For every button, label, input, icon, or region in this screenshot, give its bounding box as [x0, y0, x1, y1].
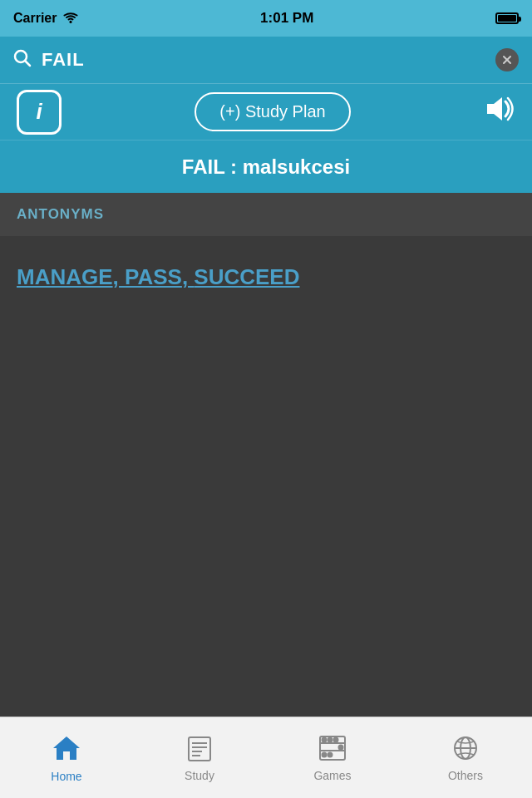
svg-point-16 — [328, 737, 332, 741]
status-time: 1:01 PM — [260, 10, 313, 27]
section-label: ANTONYMS — [17, 206, 104, 223]
tab-home-label: Home — [51, 770, 81, 783]
tab-games-label: Games — [313, 769, 351, 782]
antonyms-list: MANAGE, PASS, SUCCEED — [17, 261, 515, 293]
tab-others-label: Others — [448, 769, 483, 782]
svg-point-20 — [328, 752, 332, 756]
antonym-separator-2: , — [182, 264, 194, 289]
content-area: MANAGE, PASS, SUCCEED — [0, 236, 532, 318]
speaker-button[interactable] — [484, 95, 515, 130]
games-icon — [318, 734, 347, 766]
svg-marker-6 — [53, 736, 80, 760]
svg-point-18 — [339, 745, 343, 749]
search-bar: FAIL — [0, 37, 532, 83]
tab-home[interactable]: Home — [0, 717, 133, 798]
word-title: FAIL : malsukcesi — [182, 155, 350, 179]
home-icon — [52, 733, 81, 766]
study-plan-button[interactable]: (+) Study Plan — [195, 92, 350, 131]
svg-rect-7 — [189, 737, 210, 761]
svg-marker-5 — [487, 97, 502, 121]
svg-point-0 — [70, 21, 72, 23]
search-icon — [13, 49, 32, 71]
study-icon — [185, 734, 214, 766]
antonym-succeed[interactable]: SUCCEED — [194, 264, 299, 289]
svg-line-2 — [26, 61, 31, 66]
svg-point-19 — [323, 752, 327, 756]
toolbar: i (+) Study Plan — [0, 83, 532, 140]
section-header: ANTONYMS — [0, 193, 532, 236]
antonym-manage[interactable]: MANAGE — [17, 264, 113, 289]
tab-study-label: Study — [185, 769, 214, 782]
wifi-icon — [63, 12, 78, 24]
word-title-bar: FAIL : malsukcesi — [0, 140, 532, 193]
tab-games[interactable]: Games — [266, 717, 399, 798]
svg-point-15 — [323, 737, 327, 741]
antonym-separator-1: , — [113, 264, 125, 289]
info-label: i — [36, 99, 42, 125]
svg-point-17 — [334, 737, 338, 741]
tab-others[interactable]: Others — [399, 717, 532, 798]
status-battery — [495, 12, 519, 24]
status-carrier: Carrier — [13, 11, 78, 26]
search-clear-button[interactable] — [495, 48, 519, 71]
battery-icon — [495, 12, 519, 24]
tab-study[interactable]: Study — [133, 717, 266, 798]
info-button[interactable]: i — [17, 90, 62, 135]
others-icon — [451, 734, 480, 766]
status-bar: Carrier 1:01 PM — [0, 0, 532, 37]
carrier-label: Carrier — [13, 11, 57, 26]
search-query[interactable]: FAIL — [42, 49, 485, 71]
antonym-pass[interactable]: PASS — [125, 264, 182, 289]
tab-bar: Home Study — [0, 717, 532, 798]
